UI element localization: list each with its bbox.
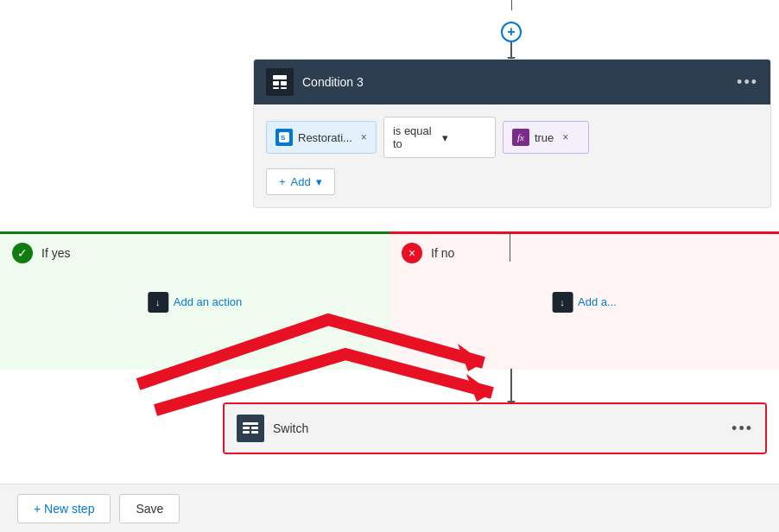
svg-rect-0: [273, 75, 287, 79]
switch-icon: [237, 415, 264, 442]
svg-rect-3: [273, 87, 279, 89]
add-action-icon: ↓: [148, 292, 168, 313]
condition-operator-dropdown[interactable]: is equal to ▾: [383, 117, 496, 158]
switch-card: Switch •••: [223, 402, 767, 454]
condition-left-chip[interactable]: S Restorati... ×: [266, 121, 377, 154]
add-action-no-icon: ↓: [552, 292, 573, 313]
add-step-button[interactable]: +: [501, 22, 522, 42]
switch-more-button[interactable]: •••: [732, 420, 753, 438]
top-vertical-line: [511, 0, 512, 10]
add-action-no-button[interactable]: ↓ Add a...: [552, 292, 617, 313]
svg-rect-11: [243, 427, 250, 429]
yes-icon: ✓: [12, 243, 33, 263]
branch-yes-header: ✓ If yes: [0, 234, 390, 272]
branch-no-panel: × If no ↓ Add a...: [390, 231, 779, 370]
switch-svg-icon: [242, 420, 259, 437]
chevron-down-icon: ▾: [442, 131, 486, 144]
condition-icon: [266, 68, 294, 96]
chip-purple-icon: fx: [512, 129, 529, 146]
add-label: Add: [291, 175, 311, 188]
add-action-yes-button[interactable]: ↓ Add an action: [148, 292, 243, 313]
switch-title: Switch: [273, 421, 723, 435]
condition-more-button[interactable]: •••: [737, 73, 758, 92]
canvas: + Condition 3 •••: [0, 0, 779, 532]
save-button[interactable]: Save: [119, 494, 180, 523]
condition-row: S Restorati... × is equal to ▾ fx true ×: [266, 117, 758, 158]
switch-header: Switch •••: [225, 404, 765, 453]
add-condition-button[interactable]: + Add ▾: [266, 168, 335, 195]
svg-rect-2: [281, 81, 287, 86]
branch-yes-panel: ✓ If yes ↓ Add an action: [0, 231, 390, 370]
svg-marker-9: [466, 374, 492, 402]
add-action-no-label: Add a...: [578, 295, 617, 308]
chip-left-text: Restorati...: [298, 131, 352, 144]
branch-no-label: If no: [431, 246, 454, 260]
sharepoint-icon: S: [278, 131, 290, 143]
arrow-to-switch: [510, 369, 512, 402]
svg-rect-1: [273, 81, 279, 86]
condition-svg-icon: [271, 73, 288, 91]
svg-rect-13: [243, 431, 250, 434]
no-icon: ×: [402, 243, 422, 263]
condition-header: Condition 3 •••: [254, 60, 770, 104]
chip-left-close[interactable]: ×: [361, 131, 367, 143]
svg-rect-12: [251, 427, 258, 429]
condition-body: S Restorati... × is equal to ▾ fx true ×: [254, 104, 770, 207]
new-step-button[interactable]: + New step: [17, 494, 111, 523]
chip-right-text: true: [535, 131, 554, 144]
add-chevron-icon: ▾: [316, 175, 322, 188]
svg-rect-10: [243, 422, 258, 425]
svg-rect-4: [281, 87, 287, 89]
condition-title: Condition 3: [302, 75, 728, 89]
branch-container: ✓ If yes ↓ Add an action × If no ↓ Add a…: [0, 231, 779, 370]
branch-yes-label: If yes: [41, 246, 70, 260]
condition-card: Condition 3 ••• S Restorati... ×: [253, 59, 771, 208]
arrow-connector-top: [510, 42, 512, 58]
bottom-bar: + New step Save: [0, 484, 779, 532]
operator-value: is equal to: [393, 124, 437, 150]
chip-blue-icon: S: [276, 129, 293, 146]
add-icon: +: [279, 175, 286, 188]
add-action-yes-label: Add an action: [174, 295, 243, 308]
branch-no-header: × If no: [390, 234, 779, 272]
divider-vertical-line: [510, 231, 510, 262]
chip-right-close[interactable]: ×: [562, 131, 568, 143]
condition-right-chip[interactable]: fx true ×: [503, 121, 589, 154]
svg-text:S: S: [281, 134, 286, 142]
svg-rect-14: [251, 431, 258, 434]
